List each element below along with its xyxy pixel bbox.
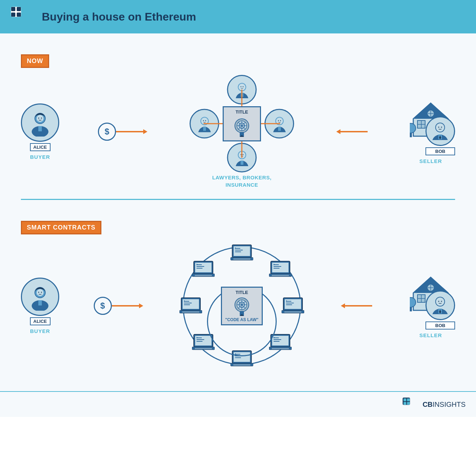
sc-house-area: BOB [406,274,455,329]
center-group: TITLE [186,75,298,188]
right-arrow-icon [116,127,147,137]
house-area: BOB [406,100,455,155]
svg-marker-77 [139,303,143,308]
svg-point-176 [436,297,444,306]
laptop-left-icon [179,297,202,315]
svg-rect-184 [404,402,406,405]
svg-rect-88 [195,263,212,272]
laptop-topleft-icon [192,261,215,278]
title-document: TITLE [223,106,261,141]
svg-rect-133 [272,336,289,346]
title-seal-icon [231,116,252,137]
svg-rect-75 [38,300,42,305]
seller-flow [336,127,368,137]
brokers-area: TITLE [186,75,298,172]
header: Buying a house on Ethereum [0,0,476,33]
svg-marker-48 [336,129,340,134]
bob-avatar-area: BOB [425,116,455,155]
footer: CBINSIGHTS [0,391,476,417]
sc-buyer-role-label: BUYER [30,328,50,334]
sc-seller-role-label: SELLER [419,332,442,338]
buyer-group: ALICE BUYER [21,103,59,160]
laptop-right-icon [282,297,304,315]
svg-point-8 [37,115,44,122]
sc-buyer-group: ALICE BUYER [21,278,59,334]
alice-person-icon [26,109,54,137]
buyer-flow: $ [98,123,147,141]
svg-rect-2 [17,7,21,11]
left-arrow-icon [336,127,368,137]
now-badge: NOW [21,54,49,68]
laptop-topright-icon [269,261,292,278]
title-doc-center: TITLE [223,106,261,141]
sc-right-arrow-icon [112,301,143,311]
svg-point-9 [38,118,39,119]
svg-rect-182 [404,398,406,401]
svg-rect-183 [407,398,410,401]
svg-point-177 [438,301,439,302]
svg-point-64 [436,123,444,132]
alice-name-tag: ALICE [30,143,51,151]
sc-alice-avatar [21,278,59,316]
svg-point-72 [37,289,44,296]
title-label: TITLE [236,109,248,115]
lawyers-label: LAWYERS, BROKERS, INSURANCE [212,174,271,188]
alice-avatar [21,103,59,142]
sc-dollar-coin: $ [94,297,112,315]
sc-left-arrow-icon [341,301,372,311]
svg-point-65 [438,126,439,127]
dollar-coin: $ [98,123,116,141]
sc-bob-avatar [425,290,455,320]
svg-rect-79 [234,246,250,256]
sc-section: SMART CONTRACTS [21,210,455,377]
blockchain-circle: TITLE "CODE AS [177,241,306,370]
sc-alice-name-tag: ALICE [30,317,51,325]
seller-role-label: SELLER [419,158,442,164]
bob-avatar [425,116,455,146]
sc-seller-group: BOB SELLER [406,274,455,338]
svg-point-66 [441,126,442,127]
sc-alice-person-icon [26,283,54,311]
svg-rect-1 [11,7,15,11]
bob-person-icon [429,120,452,142]
svg-marker-160 [341,303,345,308]
section-divider [21,199,455,200]
svg-point-73 [38,292,39,293]
svg-marker-13 [143,129,147,134]
svg-rect-124 [195,336,212,346]
now-section: NOW [21,44,455,195]
sc-title-seal-icon [231,295,252,316]
sc-title-document: TITLE "CODE AS [221,287,263,325]
sc-seller-flow [341,301,372,311]
sc-badge: SMART CONTRACTS [21,221,101,234]
svg-rect-106 [183,299,199,309]
laptop-top-icon [231,244,253,262]
sc-buyer-flow: $ [94,297,143,315]
svg-point-10 [41,118,42,119]
buyer-role-label: BUYER [30,154,50,160]
svg-rect-97 [272,263,289,272]
sc-title-center: TITLE "CODE AS [221,287,263,325]
code-law-label: "CODE AS LAW" [225,317,259,322]
sc-title-label: TITLE [236,290,248,295]
main-content: NOW [0,33,476,391]
svg-rect-4 [17,13,21,17]
page-title: Buying a house on Ethereum [42,10,196,23]
seller-group: BOB SELLER [406,100,455,164]
bob-name-tag: BOB [425,147,455,155]
footer-logo-text: CBINSIGHTS [423,401,466,409]
footer-logo: CBINSIGHTS [402,397,466,411]
sc-bob-person-icon [429,294,452,317]
svg-rect-11 [38,126,42,131]
svg-point-178 [441,301,442,302]
svg-rect-115 [285,299,301,309]
svg-point-74 [41,292,42,293]
sc-diagram-row: ALICE BUYER $ [21,241,455,370]
sc-bob-avatar-area: BOB [425,290,455,329]
svg-rect-3 [11,13,15,17]
now-diagram-row: ALICE BUYER $ [21,75,455,188]
svg-rect-185 [407,402,410,405]
footer-cb-logo-icon [402,397,420,411]
sc-bob-name-tag: BOB [425,321,455,329]
cb-logo-icon [10,6,35,27]
